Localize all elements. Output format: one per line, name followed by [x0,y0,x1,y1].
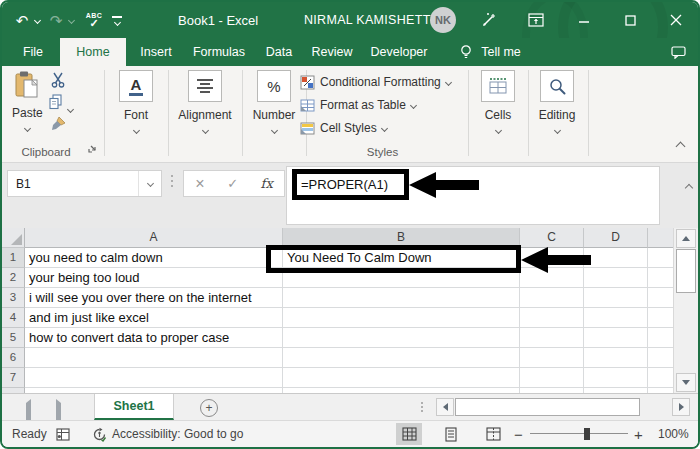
cell-D7[interactable] [584,368,648,388]
macro-record-button[interactable] [56,421,70,447]
paste-button[interactable]: Paste [12,70,43,131]
tab-home[interactable]: Home [60,38,126,66]
next-sheet-button[interactable] [56,403,61,421]
cell[interactable] [648,368,673,388]
add-sheet-button[interactable]: + [200,399,218,417]
cell-B3[interactable] [283,288,520,308]
font-group-button[interactable]: A Font [108,70,164,133]
name-box[interactable]: B1 [7,170,162,197]
maximize-button[interactable] [616,2,644,38]
cell-B5[interactable] [283,328,520,348]
number-group-button[interactable]: % Number [246,70,302,133]
cell-D2[interactable] [584,268,648,288]
close-button[interactable] [662,2,690,38]
ribbon-display-options-button[interactable] [524,2,548,38]
row-header-3[interactable]: 3 [2,288,25,308]
cell-C5[interactable] [520,328,584,348]
cell-A3[interactable]: i will see you over there on the interne… [25,288,283,308]
cell-C3[interactable] [520,288,584,308]
cells-group-button[interactable]: Cells [472,70,524,133]
zoom-level[interactable]: 100% [658,421,689,447]
page-layout-view-button[interactable] [438,423,464,445]
cell-C6[interactable] [520,348,584,368]
cell-A5[interactable]: how to convert data to proper case [25,328,283,348]
row-header-1[interactable]: 1 [2,248,25,268]
column-header-partial[interactable] [648,228,673,248]
cell[interactable] [648,268,673,288]
scroll-right-button[interactable] [672,398,690,416]
tab-developer[interactable]: Developer [364,38,434,66]
cell-B6[interactable] [283,348,520,368]
tab-review[interactable]: Review [306,38,358,66]
row-header-6[interactable]: 6 [2,348,25,368]
column-header-A[interactable]: A [25,228,283,248]
cell[interactable] [648,308,673,328]
cell[interactable] [648,328,673,348]
page-break-preview-button[interactable] [480,423,506,445]
customize-quick-access-button[interactable] [108,2,126,38]
scroll-up-button[interactable] [676,229,696,248]
row-header-7[interactable]: 7 [2,368,25,388]
cell-styles-button[interactable]: Cell Styles [300,118,387,138]
clipboard-dialog-launcher[interactable] [88,139,98,157]
tab-file[interactable]: File [12,38,54,66]
cell-A6[interactable] [25,348,283,368]
tell-me-box[interactable]: Tell me [476,38,526,66]
zoom-slider-track[interactable] [530,433,628,434]
cell-A4[interactable]: and im just like excel [25,308,283,328]
editing-group-button[interactable]: Editing [530,70,584,133]
vertical-scrollbar[interactable] [673,228,698,393]
cell-A7[interactable] [25,368,283,388]
cut-button[interactable] [50,72,66,92]
alignment-group-button[interactable]: Alignment [172,70,238,133]
redo-button[interactable]: ↷ [46,2,66,38]
user-name[interactable]: NIRMAL KAMISHETTY [304,2,439,38]
zoom-in-button[interactable]: + [634,421,643,447]
accessibility-status[interactable]: Accessibility: Good to go [112,421,243,447]
cell[interactable] [648,348,673,368]
copy-dropdown[interactable] [68,98,73,116]
previous-sheet-button[interactable] [26,403,31,421]
tab-formulas[interactable]: Formulas [186,38,252,66]
vertical-scrollbar-thumb[interactable] [676,249,696,293]
cell-C4[interactable] [520,308,584,328]
accessibility-checker-button[interactable] [92,421,107,447]
zoom-slider-thumb[interactable] [584,428,590,440]
row-header-5[interactable]: 5 [2,328,25,348]
format-as-table-button[interactable]: Format as Table [300,95,416,115]
row-header-2[interactable]: 2 [2,268,25,288]
tab-insert[interactable]: Insert [132,38,180,66]
normal-view-button[interactable] [396,423,422,445]
redo-dropdown[interactable] [66,2,76,38]
cell-C7[interactable] [520,368,584,388]
minimize-button[interactable] [570,2,598,38]
cell-D5[interactable] [584,328,648,348]
cell-B4[interactable] [283,308,520,328]
zoom-out-button[interactable]: − [514,421,523,447]
format-painter-button[interactable] [50,116,66,136]
tab-data[interactable]: Data [258,38,300,66]
expand-formula-bar-button[interactable] [686,177,692,195]
cell[interactable] [648,288,673,308]
cancel-icon[interactable]: × [195,176,204,192]
sheet-tab-sheet1[interactable]: Sheet1 [94,394,174,420]
insert-function-icon[interactable]: fx [261,176,273,191]
cell[interactable] [648,248,673,268]
undo-button[interactable]: ↶ [12,2,32,38]
row-header-4[interactable]: 4 [2,308,25,328]
column-header-D[interactable]: D [584,228,648,248]
select-all-button[interactable] [2,228,25,248]
scroll-left-button[interactable] [436,398,454,416]
column-header-C[interactable]: C [520,228,584,248]
cell-D3[interactable] [584,288,648,308]
scroll-down-button[interactable] [676,373,696,392]
cell-B7[interactable] [283,368,520,388]
enter-icon[interactable]: ✓ [227,177,238,190]
horizontal-scrollbar-thumb[interactable] [455,398,640,416]
cell-A1[interactable]: you need to calm down [25,248,283,268]
name-box-dropdown[interactable] [138,171,161,196]
feedback-button[interactable] [666,38,690,66]
undo-dropdown[interactable] [32,2,42,38]
cell-A2[interactable]: your being too loud [25,268,283,288]
cell-D1[interactable] [584,248,648,268]
